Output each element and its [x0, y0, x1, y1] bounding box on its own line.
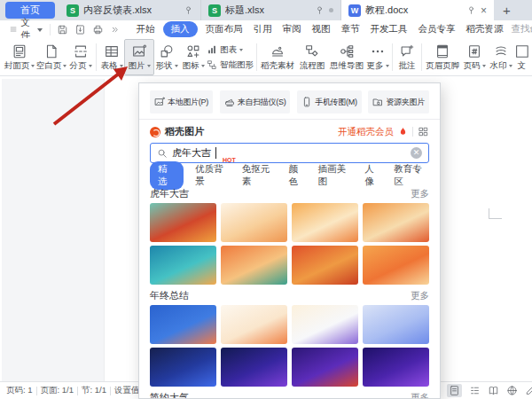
- tab-document-active[interactable]: W 教程.docx ×: [341, 0, 494, 20]
- category-grid-icon[interactable]: [418, 126, 429, 137]
- menu-item-dev-tools[interactable]: 开发工具: [365, 23, 413, 35]
- dropdown-caret: [509, 65, 512, 67]
- pin-icon[interactable]: [466, 5, 476, 15]
- tab-label: 标题.xlsx: [225, 4, 310, 17]
- mind-map-button[interactable]: 思维导图: [328, 40, 365, 74]
- docer-image[interactable]: [292, 348, 358, 387]
- filter-quality-background[interactable]: 优质背景HOT: [195, 163, 231, 188]
- docer-image[interactable]: [150, 246, 216, 285]
- cover-page-icon: [12, 43, 27, 59]
- find-command-box[interactable]: 查找命令、搜: [509, 23, 532, 35]
- docer-image[interactable]: [221, 246, 287, 285]
- docer-image[interactable]: [363, 305, 429, 344]
- spreadsheet-app-icon: S: [66, 4, 79, 17]
- search-icon: [157, 148, 168, 159]
- phone-transfer-button[interactable]: 手机传图(M): [297, 90, 361, 113]
- wps-window: 首页 S 内容反馈表.xlsx S 标题.xlsx W 教程.docx × + …: [0, 0, 532, 399]
- comment-button[interactable]: 批注: [395, 40, 419, 74]
- smart-graphic-icon: [207, 59, 217, 70]
- from-scanner-button[interactable]: 来自扫描仪(S): [220, 90, 291, 113]
- docer-header: 稻壳图片 开通稻壳会员: [150, 125, 429, 138]
- more-insert-button[interactable]: 更多: [365, 40, 390, 74]
- book-view-icon[interactable]: [488, 385, 499, 396]
- annotation-arrow: [32, 51, 147, 140]
- more-quick-icons-chevron[interactable]: [110, 25, 120, 35]
- docer-image[interactable]: [150, 348, 216, 387]
- tab-spreadsheet-1[interactable]: S 内容反馈表.xlsx: [59, 0, 201, 20]
- export-icon[interactable]: [74, 24, 86, 35]
- filter-featured[interactable]: 精选: [150, 161, 184, 190]
- menu-item-references[interactable]: 引用: [248, 23, 278, 35]
- docer-brand-label: 稻壳图片: [165, 125, 204, 138]
- search-input-value[interactable]: 虎年大吉: [172, 146, 211, 160]
- docer-image[interactable]: [292, 305, 358, 344]
- menu-item-section[interactable]: 章节: [336, 23, 365, 35]
- filter-cutout-elements[interactable]: 免抠元素: [242, 163, 278, 188]
- tab-label: 内容反馈表.xlsx: [83, 4, 179, 17]
- open-docer-member-link[interactable]: 开通稻壳会员: [338, 126, 394, 138]
- close-tab-icon[interactable]: ×: [481, 5, 487, 16]
- resource-folder-button[interactable]: 资源夹图片: [368, 90, 429, 113]
- header-footer-icon: [434, 43, 450, 59]
- menu-item-docer-resources[interactable]: 稻壳资源: [461, 23, 509, 35]
- page-view-icon[interactable]: [447, 384, 462, 397]
- filter-colors[interactable]: 颜色: [289, 163, 307, 188]
- header-footer-button[interactable]: 页眉页脚: [424, 40, 461, 74]
- web-view-icon[interactable]: [506, 385, 518, 396]
- more-link[interactable]: 更多: [411, 392, 429, 399]
- page-number-button[interactable]: 页码: [461, 40, 488, 74]
- pin-icon[interactable]: [184, 5, 193, 15]
- menu-item-view[interactable]: 视图: [307, 23, 336, 35]
- docer-image[interactable]: [150, 203, 216, 242]
- docer-image[interactable]: [292, 246, 358, 285]
- docer-image[interactable]: [150, 305, 216, 344]
- more-link[interactable]: 更多: [411, 188, 429, 200]
- flowchart-icon: [304, 43, 320, 59]
- filter-portrait[interactable]: 人像: [364, 163, 382, 188]
- section-header: 虎年大吉 更多: [150, 188, 429, 200]
- new-tab-button[interactable]: +: [503, 3, 511, 18]
- save-icon[interactable]: [57, 24, 68, 35]
- chart-button[interactable]: 图表: [207, 44, 254, 56]
- local-picture-button[interactable]: 本地图片(P): [150, 90, 213, 113]
- docer-search-box[interactable]: 虎年大吉 ✕: [150, 143, 429, 163]
- menu-item-page-layout[interactable]: 页面布局: [200, 23, 248, 35]
- image-grid-row: [150, 305, 429, 344]
- docer-image[interactable]: [221, 305, 287, 344]
- filter-education[interactable]: 教育专区: [394, 163, 429, 188]
- edit-pencil-icon[interactable]: [525, 385, 532, 396]
- menu-item-start[interactable]: 开始: [131, 23, 160, 35]
- menu-item-insert[interactable]: 插入: [163, 21, 198, 37]
- pin-icon[interactable]: [315, 5, 325, 15]
- folder-star-icon: [372, 97, 383, 107]
- docer-image[interactable]: [363, 203, 429, 242]
- menu-item-review[interactable]: 审阅: [278, 23, 307, 35]
- docer-image[interactable]: [363, 348, 429, 387]
- dropdown-caret: [482, 65, 486, 67]
- docer-image[interactable]: [221, 203, 287, 242]
- docer-image[interactable]: [363, 246, 429, 285]
- menu-item-member[interactable]: 会员专享: [413, 23, 461, 35]
- local-picture-icon: [154, 97, 165, 107]
- watermark-button[interactable]: 水印: [488, 40, 514, 74]
- tab-spreadsheet-2[interactable]: S 标题.xlsx: [201, 0, 341, 20]
- shapes-button[interactable]: 形状: [153, 40, 180, 74]
- smart-graphic-button[interactable]: 智能图形: [207, 59, 254, 71]
- text-cursor: [215, 147, 216, 159]
- filter-illustrations[interactable]: 插画美图: [317, 163, 353, 188]
- comment-icon: [399, 43, 415, 59]
- clear-search-icon[interactable]: ✕: [411, 147, 422, 159]
- flowchart-button[interactable]: 流程图: [296, 40, 328, 74]
- docer-material-button[interactable]: 稻壳素材: [259, 40, 296, 74]
- print-icon[interactable]: [92, 24, 104, 35]
- shapes-icon: [159, 43, 175, 59]
- image-grid-row: [150, 246, 429, 285]
- cover-page-button[interactable]: 封面页: [4, 40, 35, 74]
- icon-library-button[interactable]: 图标: [180, 40, 207, 74]
- more-link[interactable]: 更多: [411, 290, 429, 302]
- clipped-toolbar-button[interactable]: 文: [514, 40, 528, 74]
- docer-image[interactable]: [292, 203, 358, 242]
- picture-dropdown-panel: 本地图片(P) 来自扫描仪(S) 手机传图(M) 资源夹图片 稻壳图片 开通稻壳…: [138, 82, 441, 399]
- docer-image[interactable]: [221, 348, 287, 387]
- outline-view-icon[interactable]: [469, 385, 481, 396]
